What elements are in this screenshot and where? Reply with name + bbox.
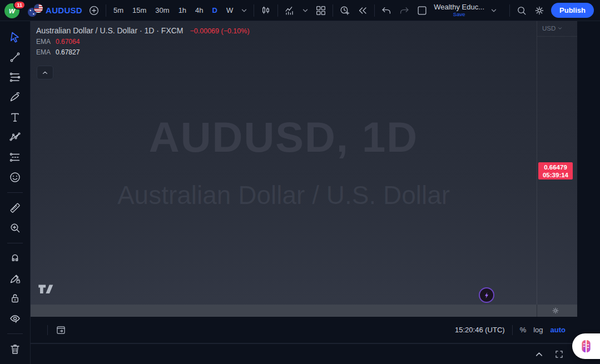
layout-name-button[interactable]: Wealthy Educ... Save: [434, 3, 484, 18]
auto-scale-toggle[interactable]: auto: [551, 326, 566, 334]
user-menu-button[interactable]: w 11: [4, 2, 22, 19]
save-layout-link[interactable]: Save: [453, 12, 465, 18]
emoji-icon: [8, 171, 22, 184]
indicators-chevron-icon[interactable]: [301, 7, 309, 14]
remove-drawings-button[interactable]: [7, 342, 23, 356]
price-axis[interactable]: USD 0.66479 05:39:14: [537, 21, 577, 305]
layout-chevron-icon[interactable]: [490, 7, 498, 14]
text-icon: [8, 111, 22, 124]
timeframe-4h[interactable]: 4h: [194, 5, 205, 16]
bar-replay-icon[interactable]: [356, 4, 369, 17]
chart-legend[interactable]: Australian Dollar / U.S. Dollar · 1D · F…: [36, 26, 250, 56]
ai-assistant-button[interactable]: [572, 333, 600, 359]
timeframe-d[interactable]: D: [211, 5, 219, 16]
remove-drawings-icon: [8, 342, 22, 356]
cursor-icon: [8, 31, 22, 44]
xabcd-pattern-button[interactable]: [7, 130, 23, 144]
magnet-icon: [8, 252, 22, 265]
interval-chevron-icon[interactable]: [240, 7, 248, 14]
symbol-search-button[interactable]: AUDUSD: [28, 4, 82, 17]
settings-gear-icon[interactable]: [533, 4, 546, 17]
divider: [7, 192, 23, 193]
undo-icon[interactable]: [380, 4, 393, 17]
notification-badge: 11: [13, 1, 26, 9]
ruler-button[interactable]: [7, 201, 23, 215]
tradingview-logo[interactable]: [37, 284, 54, 295]
chart-canvas[interactable]: [31, 21, 537, 305]
zoom-in-icon: [8, 221, 22, 235]
bottom-range-toolbar: 15:20:46 (UTC) % log auto: [31, 317, 577, 343]
layout-grid-icon[interactable]: [315, 4, 327, 17]
quick-action-bolt-icon[interactable]: [479, 287, 494, 303]
layout-name-label: Wealthy Educ...: [434, 3, 484, 12]
ema-fast-row[interactable]: EMA 0.67064: [36, 38, 250, 46]
redo-icon[interactable]: [398, 4, 410, 17]
ema-slow-row[interactable]: EMA 0.67827: [36, 48, 250, 56]
publish-button[interactable]: Publish: [551, 3, 594, 18]
axis-settings-gear-icon[interactable]: [551, 306, 560, 315]
bar-countdown: 05:39:14: [538, 171, 573, 179]
emoji-button[interactable]: [7, 170, 23, 185]
collapse-indicators-button[interactable]: [37, 66, 53, 79]
brush-icon: [8, 91, 22, 104]
indicators-icon[interactable]: [284, 4, 296, 17]
panel-expand-icon[interactable]: [554, 349, 564, 360]
top-toolbar: w 11 AUDUSD 5m15m30m1h4hDW Wealthy Educ.…: [0, 0, 600, 21]
drawing-mode-lock-button[interactable]: [7, 271, 23, 286]
log-scale-toggle[interactable]: log: [533, 326, 543, 334]
divider: [333, 4, 333, 17]
create-alert-icon[interactable]: [339, 4, 351, 17]
add-symbol-icon[interactable]: [88, 4, 100, 17]
lock-all-button[interactable]: [7, 291, 23, 306]
symbol-name: AUDUSD: [46, 6, 82, 15]
ema-slow-value: 0.67827: [56, 48, 80, 56]
go-to-date-icon[interactable]: [55, 324, 67, 336]
currency-label: USD: [542, 25, 556, 32]
timeframe-1h[interactable]: 1h: [177, 5, 188, 16]
timeframe-15m[interactable]: 15m: [131, 5, 148, 16]
tradingview-app: w 11 AUDUSD 5m15m30m1h4hDW Wealthy Educ.…: [0, 0, 600, 364]
timeframe-w[interactable]: W: [225, 5, 235, 16]
text-button[interactable]: [7, 110, 23, 124]
fib-retracement-icon: [8, 71, 22, 84]
current-price: 0.66479: [538, 163, 573, 171]
cursor-button[interactable]: [7, 30, 23, 44]
zoom-in-button[interactable]: [7, 221, 23, 235]
forecast-button[interactable]: [7, 150, 23, 164]
hide-drawings-button[interactable]: [7, 311, 23, 326]
panel-open-chevron-icon[interactable]: [534, 349, 544, 360]
divider: [512, 325, 513, 335]
divider: [7, 333, 23, 334]
current-price-label: 0.66479 05:39:14: [538, 162, 573, 179]
chart-title[interactable]: Australian Dollar / U.S. Dollar · 1D · F…: [36, 26, 184, 35]
divider: [537, 36, 577, 37]
chart-area: AUDUSD, 1D Australian Dollar / U.S. Doll…: [31, 21, 577, 317]
timeframe-30m[interactable]: 30m: [153, 5, 171, 16]
divider: [374, 4, 375, 17]
fib-retracement-button[interactable]: [7, 70, 23, 84]
brush-button[interactable]: [7, 90, 23, 104]
magnet-button[interactable]: [7, 251, 23, 266]
time-axis[interactable]: [31, 305, 577, 317]
ema-fast-label: EMA: [36, 38, 51, 46]
divider: [7, 243, 23, 243]
audusd-flag-icon: [28, 4, 43, 17]
bottom-panel: [0, 343, 600, 364]
clock[interactable]: 15:20:46 (UTC): [455, 326, 505, 334]
search-icon[interactable]: [515, 4, 528, 17]
chart-type-icon[interactable]: [260, 4, 272, 17]
ruler-icon: [8, 201, 22, 215]
trend-line-button[interactable]: [7, 50, 23, 64]
drawing-toolbar: [0, 21, 31, 364]
divider: [254, 4, 254, 17]
layout-square-icon[interactable]: [416, 4, 428, 17]
price-change: −0.00069 (−0.10%): [190, 27, 250, 35]
price-axis-currency[interactable]: USD: [542, 25, 563, 32]
xabcd-pattern-icon: [8, 131, 22, 144]
timeframe-5m[interactable]: 5m: [112, 5, 125, 16]
ema-slow-label: EMA: [36, 48, 51, 56]
divider: [277, 4, 278, 17]
divider: [106, 4, 106, 17]
forecast-icon: [8, 151, 22, 164]
percent-scale-toggle[interactable]: %: [520, 326, 527, 334]
